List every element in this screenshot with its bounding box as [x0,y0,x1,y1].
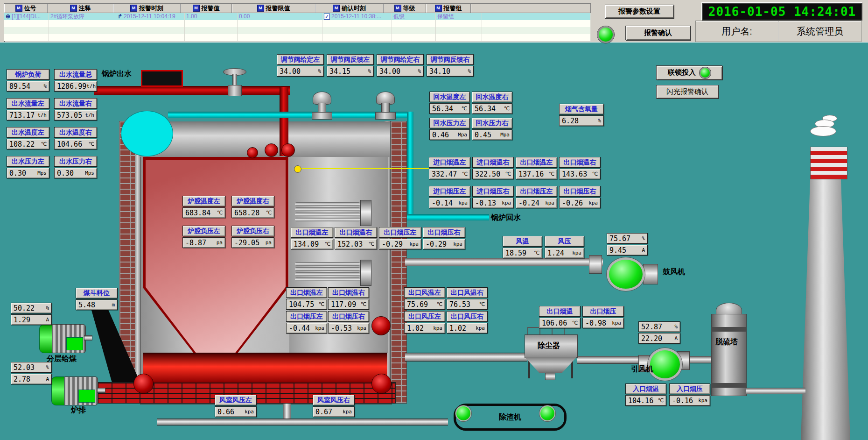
coal-feeder-label: 分层给煤 [47,354,77,364]
alarm-row-empty [4,27,591,34]
meter-value: 322.50℃ [472,169,514,179]
meter-return-temp-right: 回水温度右56.34℃ [472,92,512,114]
meter-valve-set-right: 调节阀给定右34.00% [377,54,424,77]
meter-valve-fb-left: 调节阀反馈左34.15% [327,54,374,77]
meter-outflow-total: 出水流量总1286.99t/h [54,69,97,92]
pipe-junction [371,374,392,394]
alarm-ack-button[interactable]: 报警确认 [625,26,691,40]
pipe-junction [371,316,391,335]
meter-value: -0.24kpa [516,198,557,208]
col-header-tag[interactable]: M位号 [4,4,48,13]
meter-label: 进口烟温左 [429,157,470,168]
col-header-alarm-limit[interactable]: M报警限值 [232,4,315,13]
meter-furnace-press-right: 炉膛负压右-29.05pa [231,226,274,248]
meter-label: 出口烟温右 [335,227,377,238]
tower-to-chimney-duct [746,388,805,394]
alarm-banner: M位号 M注释 M报警时刻 M报警值 M报警限值 M确认时刻 M等级 M报警组 … [0,0,868,42]
alarm-table: M位号 M注释 M报警时刻 M报警值 M报警限值 M确认时刻 M等级 M报警组 … [4,3,591,42]
meter-value: 34.00% [377,66,424,77]
meter-label: 出水流量左 [7,98,49,109]
col-header-comment[interactable]: M注释 [48,4,113,13]
meter-label: 出口烟温 [539,306,581,317]
meter-outlet-smoke-press-right: 出口烟压右-0.26kpa [559,186,601,208]
meter-label: 出口烟温右 [328,287,369,298]
meter-value: -0.14kpa [429,198,470,208]
tower-band [711,383,746,388]
meter-value: 1.24kpa [545,248,584,258]
ack-checkbox[interactable]: ✓ [324,14,330,20]
meter-furnace-temp-left: 炉膛温度左683.84℃ [182,196,225,218]
meter-label: 风室风压左 [215,395,257,405]
meter-value: 1.02kpa [404,323,445,334]
control-valve-left-flange [312,112,332,120]
bottom-manifold-pipe [157,419,448,426]
interlock-button[interactable]: 联锁投入 [656,65,722,80]
meter-return-temp-left: 回水温度左56.34℃ [429,92,470,114]
meter-label: 炉膛温度左 [182,196,225,206]
coil-header-lower [360,260,371,286]
meter-inlet-smoke-press-left: 进口烟压左-0.14kpa [429,186,470,208]
col-header-alarm-value[interactable]: M报警值 [181,4,232,13]
meter-label: 入口烟压 [669,383,710,394]
blower-pump[interactable] [607,257,645,291]
meter-value: -0.26kpa [559,198,601,208]
control-valve-right-flange [375,112,396,120]
desulfur-tower-label: 脱硫塔 [715,337,738,347]
meter-hopper-level: 煤斗料位5.48m [76,288,118,310]
meter-outlet-smoke-press-left: 出口烟压左-0.24kpa [516,186,557,208]
meter-label: 出口烟温左 [286,287,327,298]
flash-alarm-ack-button[interactable]: 闪光报警确认 [656,85,719,99]
gate-valve-body [228,85,242,96]
meter-value: 22.20A [638,333,680,344]
meter-label: 炉膛温度右 [231,196,274,206]
meter-value: 34.10% [427,66,474,77]
meter-value: 134.09℃ [291,239,333,249]
meter-value: 34.15% [327,66,374,77]
meter-grate-stats: 52.03%2.78A [11,361,52,384]
meter-value: 152.03℃ [335,239,377,249]
meter-label: 回水压力左 [429,118,470,128]
meter-low-smoke-temp-right: 出口烟温右117.09℃ [328,287,369,310]
meter-value: 52.03% [11,362,52,373]
meter-value: 2.78A [11,374,52,384]
alarm-row[interactable]: ⊕[1][144]DI... 2#循环泵故障 ↱2015-12-11 10:04… [4,13,591,20]
level-indicator-dot [294,165,301,173]
meter-value: -8.87pa [182,237,225,248]
meter-value: 104.75℃ [286,299,327,310]
grate-motor-cap [51,376,64,405]
meter-value: 108.22℃ [7,139,49,149]
meter-value: 0.46Mpa [429,129,470,140]
meter-outflow-left: 出水流量左713.17t/h [7,98,49,121]
col-header-alarm-time[interactable]: M报警时刻 [113,4,181,13]
alarm-ack-lamp [597,26,614,43]
col-header-blank [471,4,591,13]
alarm-col-icon: M [333,5,340,12]
meter-value: 52.87% [638,321,680,332]
meter-value: 75.67% [607,233,648,244]
col-header-group[interactable]: M报警组 [426,4,471,13]
chimney-striped-top [810,147,847,179]
alarm-settings-button[interactable]: 报警参数设置 [605,5,674,18]
meter-value: -0.16kpa [669,395,710,406]
meter-low-smoke-press-right: 出口烟压右-0.53kpa [328,311,369,334]
user-plate: 用户名: 系统管理员 [695,21,861,42]
alarm-col-icon: M [394,5,401,12]
meter-outflow-right: 出水流量右573.05t/h [54,98,97,121]
meter-feeder-stats: 50.22%1.29A [11,302,52,325]
meter-value: 89.54% [7,81,49,92]
blower-label: 鼓风机 [663,267,685,277]
col-header-level[interactable]: M等级 [384,4,426,13]
meter-label: 出水温度左 [7,127,49,138]
meter-label: 出口烟压左 [379,227,421,238]
meter-label: 锅炉负荷 [7,69,49,80]
meter-label: 出口烟温右 [559,157,601,168]
right-brick-wall [390,121,407,404]
meter-chamber-press-left: 风室风压左0.66kpa [215,395,257,417]
meter-value: 658.28℃ [231,207,274,218]
meter-value: 106.06℃ [539,318,581,328]
boiler-outlet-block [141,70,183,87]
meter-final-smoke-press: 出口烟压-0.98kpa [582,306,624,328]
col-header-ack-time[interactable]: M确认时刻 [315,4,384,13]
meter-fan-in-press: 入口烟压-0.16kpa [669,383,710,406]
meter-label: 出口烟温左 [516,157,557,168]
